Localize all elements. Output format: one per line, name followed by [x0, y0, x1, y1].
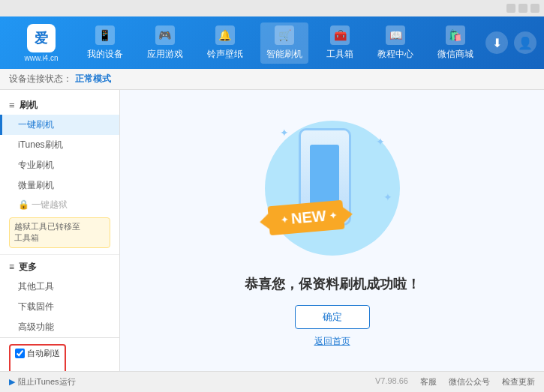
smart-shop-icon: 🛒 [275, 25, 294, 45]
flash-section-icon: ≡ [9, 100, 15, 111]
new-ribbon: ✦ NEW ✦ [269, 203, 344, 241]
sidebar-item-pro-flash[interactable]: 专业刷机 [0, 155, 119, 175]
toolbox-icon: 🧰 [330, 25, 350, 45]
sparkle-top-right: ✦ [376, 136, 385, 148]
sidebar-item-other-tools[interactable]: 其他工具 [0, 277, 119, 297]
header-right: ⬇ 👤 [485, 31, 536, 54]
weixin-shop-icon: 🛍️ [446, 25, 465, 45]
nav-my-device[interactable]: 📱 我的设备 [81, 22, 129, 64]
logo[interactable]: 爱 www.i4.cn [8, 24, 75, 62]
main-container: ≡ 刷机 一键刷机 iTunes刷机 专业刷机 微量刷机 🔒 一键越狱 越狱工具… [0, 90, 544, 371]
close-button[interactable] [530, 4, 539, 13]
more-section-icon: ≡ [9, 262, 14, 272]
success-text: 恭喜您，保资料刷机成功啦！ [245, 275, 420, 293]
minimize-button[interactable] [506, 4, 515, 13]
header: 爱 www.i4.cn 📱 我的设备 🎮 应用游戏 🔔 铃声壁纸 🛒 智能刷机 … [0, 16, 544, 69]
nav-tutorial[interactable]: 📖 教程中心 [371, 22, 419, 64]
jailbreak-note: 越狱工具已转移至 工具箱 [9, 217, 110, 248]
wechat-link[interactable]: 微信公众号 [449, 376, 490, 388]
sparkle-bottom-right: ✦ [383, 191, 392, 203]
sidebar-item-one-click-flash[interactable]: 一键刷机 [0, 115, 119, 135]
footer-left: ▶ 阻止iTunes运行 [9, 376, 375, 388]
nav-weixin-shop[interactable]: 🛍️ 微信商城 [431, 22, 479, 64]
nav-ringtone[interactable]: 🔔 铃声壁纸 [201, 22, 249, 64]
sparkle-right: ✦ [328, 210, 336, 221]
device-checkboxes-box: 自动刷送 跳过向导 [9, 344, 66, 371]
ringtone-icon: 🔔 [215, 25, 235, 45]
logo-icon: 爱 [27, 24, 56, 52]
footer: ▶ 阻止iTunes运行 V7.98.66 客服 微信公众号 检查更新 [0, 371, 544, 392]
confirm-button[interactable]: 确定 [295, 305, 370, 329]
footer-right: V7.98.66 客服 微信公众号 检查更新 [375, 376, 535, 388]
flash-section-title[interactable]: ≡ 刷机 [0, 96, 119, 115]
status-value: 正常模式 [75, 73, 111, 85]
logo-url: www.i4.cn [24, 54, 58, 62]
sidebar-item-itunes-flash[interactable]: iTunes刷机 [0, 135, 119, 155]
stop-itunes-icon[interactable]: ▶ [9, 377, 15, 387]
check-update-link[interactable]: 检查更新 [502, 376, 535, 388]
phone-screen-inner [310, 145, 338, 210]
device-section: 自动刷送 跳过向导 📱 iPhone 12 mini 64GB Down-12m… [0, 337, 119, 371]
nav-items: 📱 我的设备 🎮 应用游戏 🔔 铃声壁纸 🛒 智能刷机 🧰 工具箱 📖 教程中心… [75, 22, 485, 64]
tutorial-icon: 📖 [386, 25, 405, 45]
device-checkboxes: 自动刷送 跳过向导 [9, 344, 110, 371]
sidebar-divider [0, 254, 119, 255]
user-button[interactable]: 👤 [514, 31, 536, 54]
sidebar-item-advanced[interactable]: 高级功能 [0, 317, 119, 337]
nav-toolbox[interactable]: 🧰 工具箱 [320, 22, 359, 64]
status-bar: 设备连接状态： 正常模式 [0, 69, 544, 90]
sparkle-left: ✦ [280, 214, 288, 226]
sparkle-top-left: ✦ [280, 127, 289, 139]
status-label: 设备连接状态： [9, 73, 72, 85]
download-button[interactable]: ⬇ [485, 31, 508, 54]
my-device-icon: 📱 [95, 25, 115, 45]
service-link[interactable]: 客服 [420, 376, 437, 388]
more-section-title[interactable]: ≡ 更多 [0, 258, 119, 277]
app-game-icon: 🎮 [155, 25, 175, 45]
ribbon-shape: ✦ NEW ✦ [267, 200, 344, 236]
back-link[interactable]: 返回首页 [314, 335, 350, 348]
nav-smart-shop[interactable]: 🛒 智能刷机 [260, 22, 308, 64]
content-area: ✦ NEW ✦ ✦ ✦ ✦ 恭喜您，保资料刷机成功啦！ 确定 返回首页 [120, 90, 544, 371]
maximize-button[interactable] [518, 4, 527, 13]
sidebar-item-micro-flash[interactable]: 微量刷机 [0, 175, 119, 196]
stop-itunes-label[interactable]: 阻止iTunes运行 [18, 376, 76, 388]
auto-flash-checkbox[interactable]: 自动刷送 [15, 348, 60, 359]
sidebar: ≡ 刷机 一键刷机 iTunes刷机 专业刷机 微量刷机 🔒 一键越狱 越狱工具… [0, 90, 120, 371]
nav-app-game[interactable]: 🎮 应用游戏 [141, 22, 189, 64]
jailbreak-grayed: 🔒 一键越狱 [0, 196, 119, 214]
title-bar [0, 0, 544, 16]
version-label: V7.98.66 [375, 376, 408, 388]
auto-flash-input[interactable] [15, 349, 25, 358]
sidebar-item-download-fw[interactable]: 下载固件 [0, 297, 119, 317]
illustration: ✦ NEW ✦ ✦ ✦ ✦ [257, 113, 407, 263]
new-badge-text: NEW [290, 208, 326, 228]
